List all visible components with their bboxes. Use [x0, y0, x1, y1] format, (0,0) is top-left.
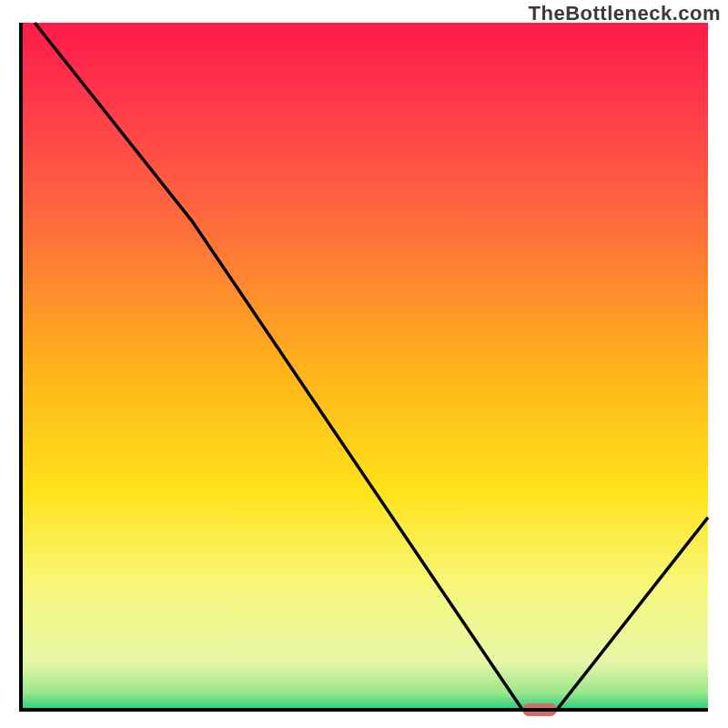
watermark-text: TheBottleneck.com [529, 2, 721, 25]
chart-svg [0, 0, 728, 728]
gradient-background [21, 23, 708, 710]
bottleneck-chart: TheBottleneck.com [0, 0, 728, 728]
